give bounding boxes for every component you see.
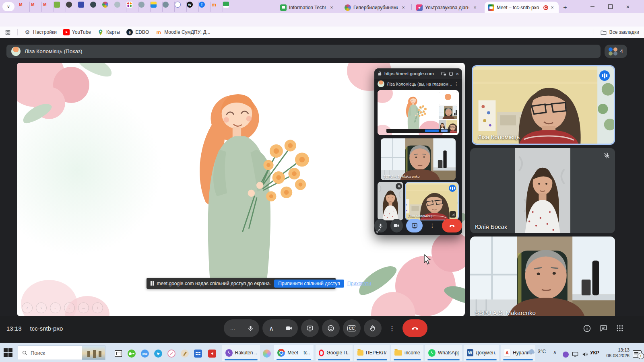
- tab-search-chevron-icon[interactable]: ∨: [2, 2, 14, 11]
- taskbar-app-chrome-meet[interactable]: Meet – tc...: [274, 345, 314, 361]
- pip-tile-makarenko[interactable]: SSPU A.S. Makarenko: [381, 138, 456, 180]
- pinned-tab-wiki-star-icon[interactable]: [102, 2, 114, 12]
- pip-tile-yulia[interactable]: [378, 182, 403, 220]
- pinned-tab-cap-icon[interactable]: [138, 2, 150, 12]
- tray-viber-icon[interactable]: [561, 350, 570, 359]
- next-slide-icon[interactable]: ›: [36, 302, 47, 313]
- tab-information-technologies[interactable]: Information Technologies a ×: [277, 2, 338, 13]
- bookmark-moodle[interactable]: m Moodle СумДПУ: Д...: [155, 29, 210, 35]
- pinned-tab-avatar-icon[interactable]: [174, 2, 186, 12]
- participants-count-badge[interactable]: 4: [605, 45, 627, 58]
- zoom-out-icon[interactable]: –: [78, 302, 89, 313]
- notification-center-icon[interactable]: 1: [633, 350, 642, 358]
- pinned-tab-facebook-icon[interactable]: f: [198, 2, 211, 12]
- stop-sharing-button[interactable]: Припинити спільний доступ: [274, 280, 344, 288]
- calculator-icon[interactable]: [194, 349, 202, 358]
- taskbar-app-folder-pereklad[interactable]: ПЕРЕКЛА...: [354, 345, 390, 361]
- sketch-tool-icon[interactable]: [167, 349, 176, 358]
- pip-hangup-button[interactable]: [442, 219, 462, 232]
- bookmark-edbo[interactable]: e EDBO: [126, 29, 149, 35]
- camera-options-icon[interactable]: ∧: [262, 325, 280, 332]
- mic-icon[interactable]: [242, 325, 259, 332]
- meeting-details-icon[interactable]: [583, 324, 591, 333]
- prev-slide-icon[interactable]: ‹: [22, 302, 33, 313]
- pinned-tab-web-icon[interactable]: [90, 2, 102, 12]
- pinned-tab-moodle-icon[interactable]: m: [211, 2, 223, 12]
- taskbar-search[interactable]: Поиск: [18, 346, 105, 360]
- more-options-button[interactable]: ⋮: [385, 319, 399, 337]
- search-daily-image[interactable]: [82, 346, 105, 360]
- tab-ultrazvukova[interactable]: ♥ Ультразвукова діагностика ×: [413, 2, 481, 13]
- reactions-button[interactable]: [322, 319, 340, 337]
- window-minimize-button[interactable]: [584, 0, 601, 13]
- participant-tile-yulia[interactable]: Юлія Босак: [470, 148, 615, 233]
- pip-close-icon[interactable]: ×: [456, 71, 459, 77]
- activities-grid-icon[interactable]: [616, 324, 624, 332]
- presentation-controls[interactable]: ‹ › ◦ ◦ – +: [22, 302, 103, 313]
- draw-tool-icon[interactable]: ◦: [64, 302, 75, 313]
- tray-volume-icon[interactable]: [580, 350, 589, 359]
- camera-icon[interactable]: [280, 325, 298, 332]
- pinned-tab-notes-icon[interactable]: [78, 2, 90, 12]
- tab-close-icon[interactable]: ×: [549, 4, 555, 10]
- tray-language[interactable]: УКР: [590, 350, 599, 356]
- bookmark-youtube[interactable]: YouTube: [63, 29, 91, 35]
- media-player-icon[interactable]: [208, 349, 217, 358]
- tab-close-icon[interactable]: ×: [400, 4, 407, 10]
- new-tab-button[interactable]: +: [560, 3, 570, 12]
- zoom-in-icon[interactable]: +: [92, 302, 103, 313]
- pip-shared-screen-thumb[interactable]: [378, 90, 459, 135]
- pointer-tool-icon[interactable]: ◦: [50, 302, 61, 313]
- taskbar-app-opera[interactable]: Google П...: [316, 345, 353, 361]
- imo-icon[interactable]: imo: [140, 349, 149, 358]
- captions-button[interactable]: CC: [343, 319, 361, 337]
- tray-display-icon[interactable]: [571, 350, 580, 359]
- pip-share-button[interactable]: [406, 219, 423, 232]
- taskbar-app-folder-income[interactable]: income: [391, 345, 423, 361]
- pip-resize-handle[interactable]: [376, 228, 381, 233]
- bookmark-settings[interactable]: ⚙ Настройки: [24, 29, 57, 35]
- pinned-tab-gmail-icon[interactable]: M: [29, 2, 41, 12]
- pinned-tab-gmail-icon[interactable]: M: [18, 2, 29, 12]
- wechat-icon[interactable]: [127, 349, 136, 358]
- camera-button-group[interactable]: ∧: [262, 319, 298, 337]
- task-view-icon[interactable]: [114, 349, 123, 358]
- pinned-tab-palette-icon[interactable]: [126, 2, 138, 12]
- tab-close-icon[interactable]: ×: [328, 4, 335, 10]
- tray-weather[interactable]: 3°C: [527, 349, 546, 354]
- pinned-tab-globe-icon[interactable]: [162, 2, 174, 12]
- pinned-tab-sketch-icon[interactable]: [66, 2, 78, 12]
- tray-clock[interactable]: 13:13 06.03.2026: [604, 348, 630, 359]
- hide-toast-link[interactable]: Приховати: [347, 281, 371, 286]
- mic-options-icon[interactable]: …: [224, 325, 242, 331]
- pip-more-button[interactable]: ⋮: [426, 219, 439, 232]
- taskbar-app-viber[interactable]: Rakuten ...: [222, 345, 260, 361]
- pip-titlebar[interactable]: https://meet.google.com ×: [374, 68, 462, 79]
- pinned-tab-wordpress-icon[interactable]: w: [186, 2, 198, 12]
- pinned-tab-two-tone-icon[interactable]: [150, 2, 162, 12]
- design-tool-icon[interactable]: [180, 349, 189, 358]
- raise-hand-button[interactable]: [364, 319, 382, 337]
- pip-tile-liza[interactable]: Ліза Коломієць: [405, 182, 459, 220]
- all-bookmarks-button[interactable]: Все закладки: [601, 29, 639, 35]
- taskbar-app-word[interactable]: W Докумен...: [464, 345, 499, 361]
- pip-window[interactable]: https://meet.google.com × Ліза Коломієць…: [374, 68, 462, 235]
- participant-tile-liza[interactable]: Ліза Коломієць: [472, 65, 615, 145]
- leave-call-button[interactable]: [402, 319, 427, 337]
- apps-grid-icon[interactable]: [5, 29, 11, 35]
- window-close-button[interactable]: ×: [620, 0, 636, 13]
- participant-tile-makarenko[interactable]: SSPU A.S. Makarenko: [470, 237, 615, 319]
- pip-popout-icon[interactable]: [441, 72, 446, 76]
- tab-giperbilirubinemii[interactable]: Гипербилирубинемии:При ×: [341, 2, 410, 13]
- taskbar-app-whatsapp[interactable]: WhatsApp: [425, 345, 462, 361]
- pinned-tab-shop-icon[interactable]: [54, 2, 66, 12]
- copilot-icon[interactable]: [262, 349, 271, 358]
- telegram-icon[interactable]: [154, 349, 163, 358]
- pinned-tab-gmail-icon[interactable]: M: [41, 2, 54, 12]
- pip-expand-icon[interactable]: [449, 72, 453, 76]
- present-button[interactable]: [301, 319, 319, 337]
- tab-meet-active[interactable]: Meet – tcc-sntb-pxo ×: [485, 2, 559, 13]
- window-maximize-button[interactable]: [602, 0, 618, 13]
- pip-camera-button[interactable]: [390, 219, 403, 232]
- pinned-tab-sheets-icon[interactable]: [223, 2, 235, 12]
